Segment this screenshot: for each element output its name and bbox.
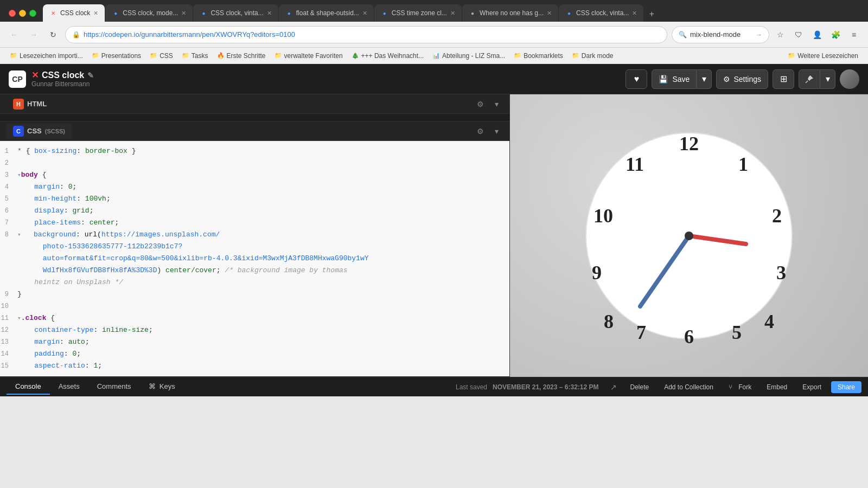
- settings-icon: ⚙: [723, 75, 730, 84]
- code-line-10: 10: [0, 300, 509, 312]
- shield-icon[interactable]: 🛡: [791, 27, 806, 42]
- embed-button[interactable]: Embed: [761, 381, 793, 393]
- tab-6[interactable]: ● Where no one has g... ✕: [462, 4, 558, 22]
- bookmark-lesezeichen[interactable]: 📁 Lesezeichen importi...: [7, 51, 86, 61]
- code-line-3: 3 ▾body {: [0, 169, 509, 181]
- tab-4[interactable]: ● float & shape-outsid... ✕: [279, 4, 374, 22]
- bookmark-abteilung[interactable]: 📊 Abteilung - LIZ Sma...: [429, 51, 508, 61]
- svg-text:6: 6: [684, 326, 694, 344]
- pin-button[interactable]: [799, 69, 820, 89]
- line-number: 8: [0, 229, 17, 241]
- line-content: [17, 157, 503, 169]
- line-content: ▾ background: url(https://images.unsplas…: [17, 229, 503, 241]
- line-content: photo-1533628635777-112b2239b1c7?: [17, 241, 503, 253]
- html-lang-tab[interactable]: H HTML: [7, 97, 53, 112]
- code-line-12: 12 container-type: inline-size;: [0, 324, 509, 336]
- profile-icon[interactable]: 👤: [809, 27, 825, 42]
- fork-button[interactable]: ⑂ Fork: [723, 381, 757, 393]
- tab-2[interactable]: ● CSS clock, mode... ✕: [105, 4, 193, 22]
- extension-icon[interactable]: 🧩: [828, 27, 843, 42]
- tab-console[interactable]: Console: [7, 379, 50, 395]
- keys-icon: ⌘: [149, 382, 156, 390]
- tab-6-close[interactable]: ✕: [547, 10, 552, 17]
- share-button[interactable]: Share: [831, 381, 861, 393]
- maximize-button[interactable]: [29, 10, 36, 17]
- bookmark-css[interactable]: 📁 CSS: [146, 51, 176, 61]
- html-settings-icon[interactable]: ⚙: [474, 98, 487, 111]
- url-bar[interactable]: 🔒 https://codepen.io/gunnarbittersmann/p…: [65, 26, 667, 43]
- tab-1[interactable]: ✕ CSS clock ✕: [43, 4, 105, 22]
- bookmark-weitere[interactable]: 📁 Weitere Lesezeichen: [784, 51, 861, 61]
- code-editor[interactable]: 1 * { box-sizing: border-box } 2 3 ▾body…: [0, 141, 509, 376]
- bookmark-folder-icon: 📁: [10, 52, 17, 59]
- last-saved-date: NOVEMBER 21, 2023 – 6:32:12 PM: [493, 383, 598, 391]
- bookmark-darkmode[interactable]: 📁 Dark mode: [569, 51, 617, 61]
- bookmark-weihnacht[interactable]: 🎄 +++ Das Weihnacht...: [348, 51, 427, 61]
- add-to-collection-button[interactable]: Add to Collection: [659, 381, 719, 393]
- svg-text:10: 10: [593, 205, 613, 227]
- tab-4-close[interactable]: ✕: [362, 10, 367, 17]
- export-button[interactable]: Export: [797, 381, 827, 393]
- bookmark-label: Weitere Lesezeichen: [797, 52, 858, 60]
- code-panels: H HTML ⚙ ▾ C CSS (SCSS): [0, 94, 510, 377]
- pin-icon: [805, 75, 814, 84]
- search-bar[interactable]: 🔍 mix-blend-mode →: [672, 26, 769, 43]
- new-tab-button[interactable]: +: [644, 7, 659, 22]
- bookmark-tasks[interactable]: 📁 Tasks: [178, 51, 212, 61]
- bookmark-erste[interactable]: 🔥 Erste Schritte: [214, 51, 269, 61]
- tab-3[interactable]: ● CSS clock, vinta... ✕: [193, 4, 278, 22]
- tab-5-close[interactable]: ✕: [450, 10, 455, 17]
- tab-2-close[interactable]: ✕: [181, 10, 186, 17]
- bookmark-label: verwaltete Favoriten: [284, 52, 343, 60]
- bottom-actions: ↗ Delete Add to Collection ⑂ Fork Embed …: [607, 381, 861, 394]
- tab-7-favicon: ●: [565, 9, 573, 17]
- tab-7[interactable]: ● CSS clock, vinta... ✕: [559, 4, 643, 22]
- css-lang-tab[interactable]: C CSS (SCSS): [7, 124, 72, 139]
- more-button[interactable]: ▾: [820, 69, 835, 89]
- line-number: 9: [0, 288, 17, 300]
- pen-edit-icon[interactable]: ✎: [87, 71, 94, 80]
- grid-layout-button[interactable]: ⊞: [773, 69, 794, 89]
- reload-button[interactable]: ↻: [46, 27, 61, 42]
- save-dropdown-button[interactable]: ▾: [697, 69, 712, 89]
- heart-button[interactable]: ♥: [626, 69, 647, 89]
- menu-icon[interactable]: ≡: [846, 27, 861, 42]
- line-number: 10: [0, 300, 17, 312]
- svg-point-16: [685, 232, 693, 240]
- save-button[interactable]: 💾 Save: [652, 69, 697, 89]
- tab-7-close[interactable]: ✕: [632, 10, 637, 17]
- bookmark-bookmarklets[interactable]: 📁 Bookmarklets: [510, 51, 566, 61]
- tab-3-favicon: ●: [200, 9, 207, 17]
- html-panel-header: H HTML ⚙ ▾: [0, 94, 509, 114]
- line-number: [0, 241, 17, 253]
- css-collapse-icon[interactable]: ▾: [490, 125, 503, 138]
- tab-keys[interactable]: ⌘ Keys: [140, 379, 184, 395]
- line-number: 12: [0, 324, 17, 336]
- tab-comments[interactable]: Comments: [88, 379, 140, 395]
- html-collapse-icon[interactable]: ▾: [490, 98, 503, 111]
- tab-5[interactable]: ● CSS time zone cl... ✕: [374, 4, 462, 22]
- avatar[interactable]: [840, 69, 859, 89]
- code-line-1: 1 * { box-sizing: border-box }: [0, 145, 509, 157]
- tab-3-close[interactable]: ✕: [267, 10, 272, 17]
- back-button[interactable]: ←: [7, 27, 22, 42]
- tab-assets[interactable]: Assets: [50, 379, 88, 395]
- minimize-button[interactable]: [19, 10, 26, 17]
- bookmark-presentations[interactable]: 📁 Presentations: [88, 51, 144, 61]
- forward-button[interactable]: →: [26, 27, 41, 42]
- close-button[interactable]: [9, 10, 16, 17]
- bottom-tabs: Console Assets Comments ⌘ Keys: [7, 379, 184, 395]
- external-link-button[interactable]: ↗: [607, 381, 620, 394]
- bookmark-verwaltete[interactable]: 📁 verwaltete Favoriten: [271, 51, 346, 61]
- svg-text:4: 4: [764, 311, 774, 332]
- css-settings-icon[interactable]: ⚙: [474, 125, 487, 138]
- line-content: aspect-ratio: 1;: [17, 360, 503, 372]
- tab-5-title: CSS time zone cl...: [392, 9, 447, 17]
- svg-text:11: 11: [626, 153, 644, 175]
- settings-button[interactable]: ⚙ Settings: [716, 69, 768, 89]
- bookmark-star-icon[interactable]: ☆: [773, 27, 788, 42]
- code-line-14: 14 padding: 0;: [0, 348, 509, 360]
- delete-button[interactable]: Delete: [624, 381, 654, 393]
- line-number: 5: [0, 193, 17, 205]
- tab-1-close[interactable]: ✕: [93, 10, 98, 17]
